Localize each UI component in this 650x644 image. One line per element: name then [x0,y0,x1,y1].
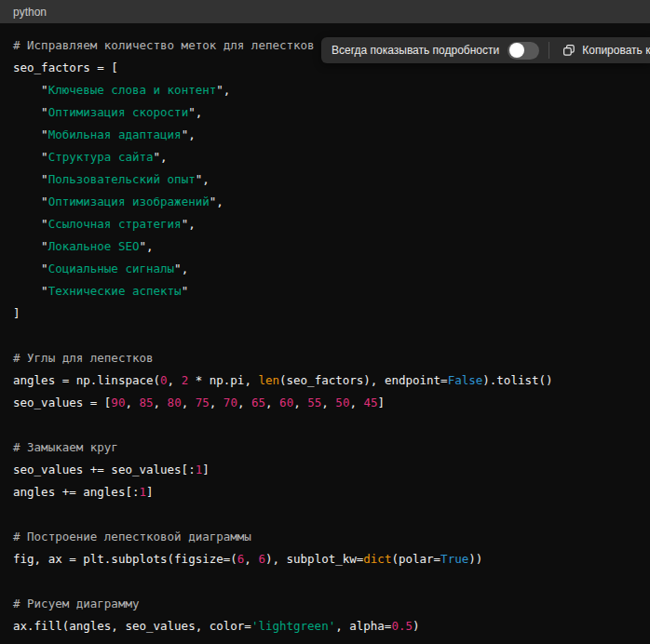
code-line: "Социальные сигналы", [13,258,643,280]
details-toggle[interactable] [508,42,539,60]
toggle-knob [509,43,524,58]
code-line: # Построение лепестковой диаграммы [13,526,643,548]
code-line: "Пользовательский опыт", [13,168,643,191]
code-line: "Структура сайта", [13,146,643,168]
code-line: angles += angles[:1] [13,481,643,503]
code-line: "Ссылочная стратегия", [13,213,643,235]
code-block-window: python # Исправляем количество меток для… [0,0,650,644]
code-header-bar: python [0,0,650,23]
code-line: "Оптимизация изображений", [13,191,643,213]
code-line: ax.fill(angles, seo_values, color='light… [13,615,643,637]
copy-code-label: Копировать код [582,44,650,57]
copy-icon [562,43,576,58]
always-show-details-label: Всегда показывать подробности [332,44,499,57]
code-line [13,570,643,593]
code-line: angles = np.linspace(0, 2 * np.pi, len(s… [13,369,643,392]
code-line: seo_values += seo_values[:1] [13,459,643,481]
code-line: "Мобильная адаптация", [13,124,643,146]
code-line: # Углы для лепестков [13,347,643,369]
code-line: # Рисуем диаграмму [13,593,643,615]
code-line: "Ключевые слова и контент", [13,79,643,101]
code-line: "Технические аспекты" [13,280,643,302]
code-line: # Замыкаем круг [13,436,643,459]
toolbar-divider [548,42,549,59]
code-line [13,503,643,526]
code-line: seo_values = [90, 85, 80, 75, 70, 65, 60… [13,392,643,414]
code-line: "Оптимизация скорости", [13,101,643,124]
code-line: ] [13,302,643,325]
code-toolbar: Всегда показывать подробности Копировать… [321,37,650,63]
code-line [13,325,643,347]
language-label: python [13,6,47,19]
code-block: # Исправляем количество меток для лепест… [0,23,650,644]
code-line [13,414,643,436]
code-line: fig, ax = plt.subplots(figsize=(6, 6), s… [13,548,643,570]
code-line: "Локальное SEO", [13,235,643,258]
copy-code-button[interactable]: Копировать код [558,43,650,58]
